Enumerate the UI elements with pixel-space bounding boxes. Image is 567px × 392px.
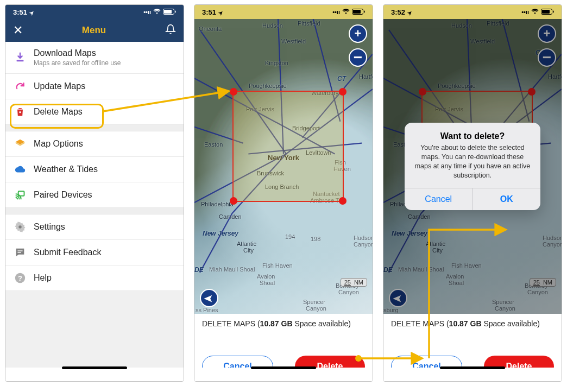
- map-label: Hudson: [262, 22, 283, 29]
- location-services-icon: [217, 8, 223, 16]
- phone-menu: 3:51 ••ıı ✕ Menu Download Maps Maps are …: [5, 4, 184, 382]
- refresh-icon: [14, 80, 26, 92]
- alert-ok-button[interactable]: OK: [472, 188, 541, 210]
- wifi-icon: [153, 9, 161, 15]
- svg-rect-13: [364, 10, 365, 12]
- gear-icon: [14, 221, 26, 233]
- status-bar: 3:51 ••ıı: [5, 5, 184, 19]
- alert-backdrop: Want to delete? You're about to delete t…: [383, 19, 562, 314]
- handle-tr[interactable]: [339, 88, 346, 96]
- phone-delete-confirm: 3:52 ••ıı Hudson Pittsfield Westfield Co…: [383, 4, 562, 382]
- menu-item-help[interactable]: ? Help: [5, 265, 184, 291]
- zoom-out-button[interactable]: −: [349, 48, 367, 67]
- map-label: Westfield: [281, 38, 306, 45]
- status-time: 3:51: [202, 8, 223, 16]
- map-label: 194: [285, 233, 295, 240]
- svg-rect-8: [17, 252, 21, 252]
- menu-item-weather-tides[interactable]: Weather & Tides: [5, 157, 184, 182]
- alert-message: You're about to delete the selected maps…: [414, 143, 531, 180]
- home-indicator: [251, 366, 316, 369]
- svg-line-24: [200, 213, 232, 273]
- menu-item-label: Download Maps: [34, 48, 175, 58]
- menu-item-label: Weather & Tides: [34, 165, 175, 174]
- menu-separator: [5, 125, 184, 131]
- download-icon: [14, 52, 26, 64]
- page-title: Menu: [82, 25, 106, 36]
- signal-icon: ••ıı: [143, 9, 151, 15]
- battery-icon: [163, 9, 176, 16]
- menu-item-settings[interactable]: Settings: [5, 214, 184, 240]
- location-services-icon: [28, 8, 34, 16]
- map-label: Hartford: [359, 73, 373, 80]
- location-services-icon: [406, 8, 412, 16]
- battery-icon: [541, 9, 554, 16]
- close-icon[interactable]: ✕: [13, 23, 23, 37]
- menu-item-submit-feedback[interactable]: Submit Feedback: [5, 240, 184, 265]
- zoom-in-button[interactable]: +: [349, 24, 367, 43]
- signal-icon: ••ıı: [332, 9, 340, 15]
- svg-text:?: ?: [18, 274, 22, 282]
- map-label: Shoal: [260, 280, 275, 286]
- layers-icon: [14, 138, 26, 150]
- menu-separator: [5, 208, 184, 214]
- nav-bar: ✕ Menu: [5, 19, 184, 42]
- map-label: Miah Maull Shoal: [209, 266, 255, 273]
- zoom-controls: + −: [349, 24, 367, 67]
- menu-item-update-maps[interactable]: Update Maps: [5, 74, 184, 99]
- menu-item-paired-devices[interactable]: Paired Devices: [5, 182, 184, 208]
- alert-cancel-button[interactable]: Cancel: [405, 188, 472, 210]
- signal-icon: ••ıı: [521, 9, 529, 15]
- menu-item-map-options[interactable]: Map Options: [5, 131, 184, 157]
- menu-item-label: Help: [34, 273, 175, 283]
- status-bar: 3:51 ••ıı: [194, 5, 373, 19]
- menu-item-label: Paired Devices: [34, 190, 175, 200]
- menu-item-sub: Maps are saved for offline use: [34, 59, 175, 67]
- status-indicators: ••ıı: [332, 9, 365, 16]
- map-label: Avalon: [257, 273, 275, 280]
- menu-list: Download Maps Maps are saved for offline…: [5, 42, 184, 291]
- map-view[interactable]: Hudson Pittsfield Westfield Conn Hartfor…: [383, 19, 562, 314]
- help-icon: ?: [14, 272, 26, 284]
- delete-confirm-alert: Want to delete? You're about to delete t…: [405, 123, 540, 210]
- battery-icon: [352, 9, 365, 16]
- map-label: Easton: [204, 141, 223, 148]
- footer-title: DELETE MAPS (10.87 GB Space available): [202, 319, 365, 328]
- home-indicator: [62, 366, 127, 369]
- map-label: ss Pines: [196, 307, 218, 313]
- menu-item-download-maps[interactable]: Download Maps Maps are saved for offline…: [5, 42, 184, 74]
- map-label: Hudson Canyon: [354, 235, 373, 248]
- alert-title: Want to delete?: [414, 131, 531, 141]
- svg-rect-26: [542, 10, 550, 14]
- selection-rectangle[interactable]: [232, 91, 344, 202]
- svg-rect-2: [175, 10, 176, 12]
- svg-rect-12: [353, 10, 361, 14]
- map-label: DE: [194, 266, 204, 274]
- handle-tl[interactable]: [230, 88, 237, 96]
- cloud-icon: [14, 163, 26, 175]
- map-label: Camden: [219, 213, 242, 220]
- svg-rect-7: [17, 250, 22, 251]
- menu-item-label: Delete Maps: [34, 107, 175, 117]
- recenter-button[interactable]: [200, 289, 218, 307]
- notifications-icon[interactable]: [165, 24, 176, 37]
- status-time: 3:51: [13, 8, 34, 16]
- map-label: CT: [337, 75, 346, 83]
- handle-br[interactable]: [339, 197, 346, 205]
- map-label: Pittsfield: [298, 20, 320, 27]
- svg-rect-1: [164, 10, 172, 14]
- chat-icon: [14, 246, 26, 258]
- map-label: Philadelphia: [201, 201, 234, 207]
- menu-item-label: Submit Feedback: [34, 248, 175, 257]
- map-label: Canyon: [338, 289, 359, 295]
- svg-rect-27: [553, 10, 554, 12]
- map-label: New Jersey: [203, 230, 238, 237]
- menu-item-delete-maps[interactable]: Delete Maps: [5, 99, 184, 125]
- cast-icon: [14, 189, 26, 201]
- status-indicators: ••ıı: [143, 9, 176, 16]
- handle-bl[interactable]: [230, 197, 237, 205]
- wifi-icon: [531, 9, 539, 15]
- map-label: Canyon: [306, 305, 326, 312]
- map-label: Oneonta: [199, 26, 222, 32]
- map-view[interactable]: Oneonta Hudson Pittsfield Westfield King…: [194, 19, 373, 314]
- map-label: Kingston: [265, 60, 288, 66]
